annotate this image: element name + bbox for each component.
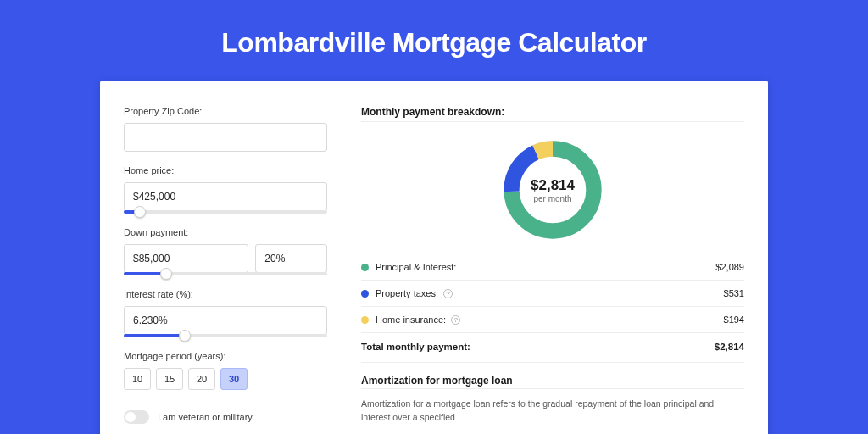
- donut-chart: $2,814 per month: [498, 136, 607, 244]
- zip-label: Property Zip Code:: [124, 106, 327, 116]
- legend-value: $531: [724, 288, 744, 298]
- form-column: Property Zip Code: Home price: Down paym…: [124, 106, 327, 434]
- legend-label: Home insurance:: [376, 314, 446, 325]
- down-payment-slider[interactable]: [124, 272, 327, 275]
- interest-rate-input[interactable]: [124, 306, 327, 335]
- mortgage-period-option-30[interactable]: 30: [220, 368, 248, 390]
- period-field-block: Mortgage period (years): 10152030: [124, 351, 327, 390]
- mortgage-period-option-20[interactable]: 20: [188, 368, 215, 390]
- amortization-title: Amortization for mortgage loan: [361, 375, 744, 387]
- home-price-slider-thumb[interactable]: [134, 206, 146, 218]
- amortization-text: Amortization for a mortgage loan refers …: [361, 398, 744, 425]
- down-payment-label: Down payment:: [124, 227, 327, 237]
- mortgage-period-label: Mortgage period (years):: [124, 351, 327, 361]
- donut-chart-wrap: $2,814 per month: [361, 129, 744, 254]
- down-payment-field-block: Down payment:: [124, 227, 327, 275]
- down-payment-input[interactable]: [124, 244, 248, 273]
- zip-input[interactable]: [124, 123, 327, 152]
- donut-sublabel: per month: [533, 194, 571, 203]
- divider: [361, 121, 744, 122]
- interest-rate-label: Interest rate (%):: [124, 289, 327, 299]
- page-title: Lombardville Mortgage Calculator: [0, 0, 868, 81]
- legend-value: $194: [724, 314, 744, 325]
- legend-label: Principal & Interest:: [376, 262, 456, 272]
- legend-label: Property taxes:: [376, 288, 438, 298]
- legend-row: Property taxes:?$531: [361, 281, 744, 306]
- legend-value: $2,089: [715, 262, 744, 272]
- info-icon[interactable]: ?: [451, 315, 460, 325]
- legend-dot-icon: [361, 290, 369, 298]
- down-payment-slider-thumb[interactable]: [160, 268, 172, 280]
- home-price-label: Home price:: [124, 165, 327, 175]
- donut-amount: $2,814: [531, 177, 575, 194]
- legend-dot-icon: [361, 264, 369, 271]
- legend-row: Principal & Interest:$2,089: [361, 254, 744, 280]
- veteran-toggle[interactable]: [124, 410, 149, 424]
- interest-field-block: Interest rate (%):: [124, 289, 327, 337]
- home-price-input[interactable]: [124, 182, 327, 211]
- interest-rate-slider-thumb[interactable]: [179, 330, 191, 342]
- home-price-field-block: Home price:: [124, 165, 327, 214]
- zip-field-block: Property Zip Code:: [124, 106, 327, 152]
- mortgage-period-option-10[interactable]: 10: [124, 368, 151, 390]
- legend-row: Home insurance:?$194: [361, 307, 744, 332]
- breakdown-column: Monthly payment breakdown: $2,814 per mo…: [361, 106, 744, 434]
- legend-dot-icon: [361, 316, 369, 324]
- total-label: Total monthly payment:: [361, 342, 470, 352]
- veteran-label: I am veteran or military: [158, 412, 253, 422]
- breakdown-title: Monthly payment breakdown:: [361, 106, 744, 118]
- home-price-slider[interactable]: [124, 210, 327, 214]
- down-payment-pct-input[interactable]: [255, 244, 327, 273]
- calculator-card: Property Zip Code: Home price: Down paym…: [100, 81, 768, 434]
- info-icon[interactable]: ?: [443, 289, 453, 298]
- veteran-toggle-row: I am veteran or military: [124, 410, 327, 424]
- total-row: Total monthly payment: $2,814: [361, 332, 744, 363]
- mortgage-period-option-15[interactable]: 15: [156, 368, 183, 390]
- interest-rate-slider[interactable]: [124, 334, 327, 337]
- divider: [361, 388, 744, 389]
- total-value: $2,814: [715, 342, 744, 352]
- donut-center: $2,814 per month: [498, 136, 607, 244]
